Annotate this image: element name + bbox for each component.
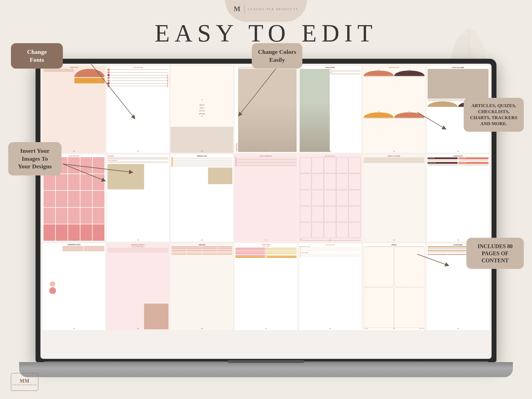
page-57: CHART NAME THIS or THAT 57 <box>235 243 297 330</box>
page-56: TRACKER 56 <box>171 243 233 330</box>
callout-articles: ARTICLES, QUIZES,CHECKLISTS,CHARTS, TRAC… <box>464 98 524 132</box>
page-num-46: 46 <box>201 239 203 241</box>
page-num-57: 57 <box>265 328 267 330</box>
page-num-39: 39 <box>393 150 395 152</box>
page-35: 7 DAY CHALLENGE 01 02 03 04 05 06 07 7 D… <box>107 66 169 153</box>
callout-includes: INCLUDES 80PAGES OFCONTENT <box>466 238 524 269</box>
callout-fonts-label: ChangeFonts <box>27 48 47 63</box>
page-num-59: 59 <box>393 328 395 330</box>
callout-images: Insert YourImages ToYour Designs <box>8 142 62 175</box>
page-38: TAKE ACTION 01 02 <box>299 66 361 153</box>
header: M LUXURY PLR PRODUCTS <box>234 5 299 13</box>
header-tagline: LUXURY PLR PRODUCTS <box>248 7 298 11</box>
page-num-56: 56 <box>201 328 203 330</box>
screen-content: YOUR TITLE <box>40 64 492 359</box>
laptop: YOUR TITLE <box>36 59 496 377</box>
page-54: COMPARISON CHART <box>43 243 105 330</box>
page-num-55: 55 <box>137 328 139 330</box>
page-37: YOUR TITLE 37 <box>235 66 297 153</box>
page-50: CHECKLIST SECTION ONE SECTION THREE <box>427 154 489 241</box>
page-num-37: 37 <box>265 150 267 152</box>
bottom-logo-tagline: LUXURY PLR PRODUCTS <box>13 384 37 386</box>
page-46: MINDSET QUIZ 46 <box>171 154 233 241</box>
page-55: WRITING PROMPTS YOUR JOURNAL PROMPTS: <box>107 243 169 330</box>
page-34: YOUR TITLE <box>43 66 105 153</box>
page-num-48: 48 <box>329 239 331 241</box>
page-num-38: 38 <box>329 150 331 152</box>
page-num-34: 34 <box>73 150 75 152</box>
laptop-screen: YOUR TITLE <box>40 64 492 359</box>
page-row-1: YOUR TITLE <box>43 66 489 153</box>
callout-includes-label: INCLUDES 80PAGES OFCONTENT <box>478 243 513 263</box>
page-num-44: 44 <box>73 239 75 241</box>
page-36: " Bloomwhereyou areplanted " 36 <box>171 66 233 153</box>
bottom-logo: MM LUXURY PLR PRODUCTS <box>11 373 38 391</box>
callout-colors: Change ColorsEasily <box>252 43 302 69</box>
page-58: CHECKLIST MORNING SELF-CARE NIGHT SELF-C… <box>299 243 361 330</box>
bottom-logo-text: MM <box>20 378 30 384</box>
brand-letter: M <box>234 5 241 13</box>
page-49: WEEKLY PLANNER 49 <box>363 154 425 241</box>
page-45: REVIEW YOUR THOUGHTS: 45 <box>107 154 169 241</box>
laptop-notch <box>228 360 304 363</box>
callout-colors-label: Change ColorsEasily <box>258 48 296 63</box>
page-47: DAILY CHECKLIST 47 <box>235 154 297 241</box>
page-59: MATRIX Low impact High impact <box>363 243 425 330</box>
page-num-50: 50 <box>457 239 459 241</box>
callout-fonts: ChangeFonts <box>11 43 63 69</box>
page-row-3: COMPARISON CHART <box>43 243 489 330</box>
page-num-40: 40 <box>457 150 459 152</box>
page-num-60: 60 <box>457 328 459 330</box>
page-39: SUCCESS TIPS 01 02 <box>363 66 425 153</box>
page-num-54: 54 <box>73 328 75 330</box>
callout-images-label: Insert YourImages ToYour Designs <box>18 147 52 170</box>
page-48: Monthly Planner <box>299 154 361 241</box>
page-num-49: 49 <box>393 239 395 241</box>
page-num-58: 58 <box>329 328 331 330</box>
page-row-2: 30-DAY CHALLENGE <box>43 154 489 241</box>
page-num-45: 45 <box>137 239 139 241</box>
laptop-body: YOUR TITLE <box>36 59 496 362</box>
header-divider <box>244 5 244 13</box>
page-num-36: 36 <box>201 150 203 152</box>
laptop-base <box>19 362 513 377</box>
callout-articles-label: ARTICLES, QUIZES,CHECKLISTS,CHARTS, TRAC… <box>470 103 518 126</box>
page-num-47: 47 <box>265 239 267 241</box>
page-num-35: 35 <box>137 150 139 152</box>
